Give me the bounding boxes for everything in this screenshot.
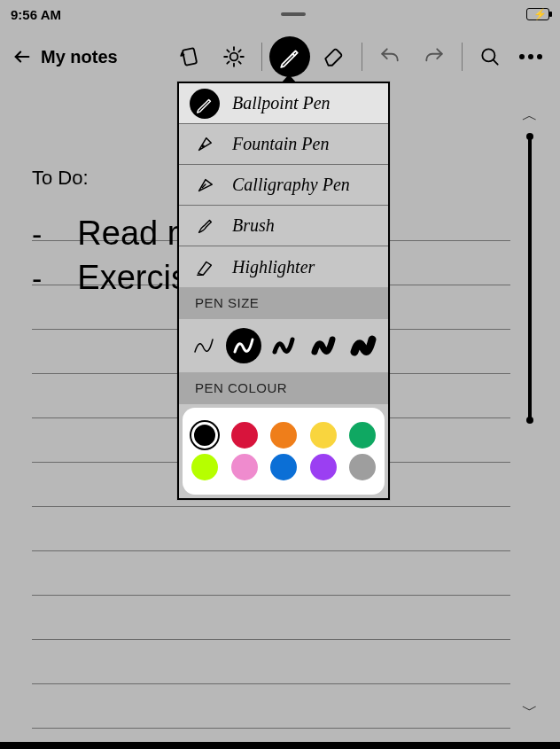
brush-icon xyxy=(195,216,214,236)
pen-option-label: Highlighter xyxy=(232,257,315,277)
color-swatch-black[interactable] xyxy=(191,422,218,449)
highlighter-icon xyxy=(195,257,214,277)
svg-point-14 xyxy=(202,144,204,146)
pen-size-3[interactable] xyxy=(266,328,301,363)
search-button[interactable] xyxy=(470,36,510,77)
eraser-button[interactable] xyxy=(314,36,354,77)
svg-line-7 xyxy=(227,50,229,51)
undo-icon xyxy=(378,45,401,68)
separator xyxy=(462,43,463,71)
color-swatch-yellow[interactable] xyxy=(310,422,337,449)
note-line-2: - Exercis xyxy=(32,259,188,297)
color-swatch-orange[interactable] xyxy=(270,422,297,449)
pen-popover: Ballpoint Pen Fountain Pen Calligraphy P… xyxy=(177,82,390,500)
page-title: My notes xyxy=(41,47,118,67)
color-swatch-pink[interactable] xyxy=(231,454,258,480)
bottom-bar xyxy=(0,742,560,749)
eraser-icon xyxy=(323,45,346,68)
toolbar: My notes xyxy=(0,28,560,85)
calligraphy-pen-icon xyxy=(195,176,214,195)
pen-size-heading: PEN SIZE xyxy=(179,287,388,319)
pen-size-1[interactable] xyxy=(186,328,222,363)
pen-icon xyxy=(278,45,301,68)
undo-button[interactable] xyxy=(369,36,410,77)
pen-option-brush[interactable]: Brush xyxy=(179,206,388,246)
ballpoint-pen-icon xyxy=(195,94,214,113)
pen-size-4[interactable] xyxy=(306,328,341,363)
rotate-icon xyxy=(178,45,201,68)
pen-option-fountain[interactable]: Fountain Pen xyxy=(179,124,388,165)
svg-line-13 xyxy=(493,59,497,64)
svg-line-8 xyxy=(238,61,240,63)
svg-point-2 xyxy=(230,53,238,61)
color-swatch-red[interactable] xyxy=(231,422,258,449)
pen-option-label: Ballpoint Pen xyxy=(232,93,331,113)
pen-option-calligraphy[interactable]: Calligraphy Pen xyxy=(179,165,388,206)
back-button[interactable]: My notes xyxy=(12,47,118,67)
pen-colour-heading: PEN COLOUR xyxy=(179,372,388,404)
pen-size-2[interactable] xyxy=(226,328,261,363)
svg-line-10 xyxy=(238,50,240,51)
pen-size-5[interactable] xyxy=(346,328,381,363)
pen-option-label: Calligraphy Pen xyxy=(232,175,350,195)
search-icon xyxy=(478,45,502,68)
scroll-thumb[interactable] xyxy=(528,137,532,420)
pen-option-highlighter[interactable]: Highlighter xyxy=(179,246,388,287)
chevron-down-icon[interactable]: ﹀ xyxy=(522,699,538,721)
color-swatch-grey[interactable] xyxy=(349,454,376,480)
pen-tool-button[interactable] xyxy=(269,36,310,77)
brightness-icon xyxy=(222,45,245,68)
color-swatch-purple[interactable] xyxy=(310,454,337,480)
separator xyxy=(362,43,362,71)
battery-icon: ⚡ xyxy=(526,8,549,20)
chevron-up-icon[interactable]: ︿ xyxy=(522,105,538,126)
pen-option-label: Fountain Pen xyxy=(232,134,329,154)
arrow-left-icon xyxy=(12,47,32,66)
pen-option-label: Brush xyxy=(232,215,275,236)
note-heading: To Do: xyxy=(32,167,89,190)
pen-option-ballpoint[interactable]: Ballpoint Pen xyxy=(179,83,388,124)
brightness-button[interactable] xyxy=(214,36,254,77)
drag-handle-icon xyxy=(281,12,306,16)
svg-line-9 xyxy=(227,61,229,63)
rotate-button[interactable] xyxy=(169,36,210,77)
separator xyxy=(261,43,262,71)
color-swatch-green[interactable] xyxy=(349,422,376,449)
color-swatch-lime[interactable] xyxy=(191,454,218,480)
status-time: 9:56 AM xyxy=(11,7,61,22)
redo-icon xyxy=(423,45,446,68)
fountain-pen-icon xyxy=(195,135,214,154)
scroll-rail: ︿ ﹀ xyxy=(521,103,539,722)
pen-size-row xyxy=(179,319,388,372)
pen-colour-panel xyxy=(183,408,385,495)
svg-line-11 xyxy=(292,54,294,56)
note-line-1: - Read n xyxy=(32,215,186,253)
status-bar: 9:56 AM ⚡ xyxy=(0,0,560,28)
redo-button[interactable] xyxy=(414,36,455,77)
color-swatch-blue[interactable] xyxy=(270,454,297,480)
svg-rect-1 xyxy=(183,48,197,66)
more-button[interactable] xyxy=(514,54,548,59)
